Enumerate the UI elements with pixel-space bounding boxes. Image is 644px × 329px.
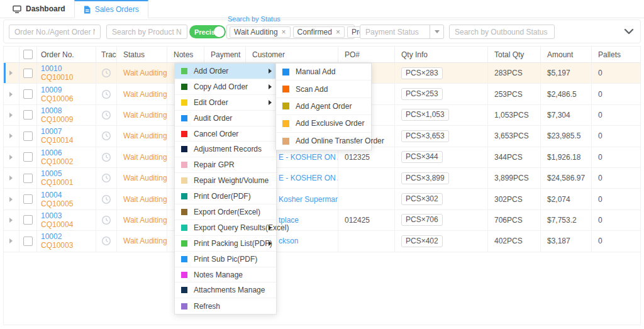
col-po[interactable]: PO# [338, 47, 395, 62]
qty-info-badge: PCS×706 [401, 214, 443, 226]
table-row[interactable]: 10005 CQ10001 Wait Auditing E - KOSHER O… [4, 168, 640, 189]
select-all-checkbox[interactable] [23, 50, 33, 59]
col-qty-info[interactable]: Qty Info [395, 47, 488, 62]
context-menu-item[interactable]: Attachments Manage [175, 282, 276, 298]
context-menu-item[interactable]: Edit Order [175, 95, 276, 111]
context-menu-item[interactable]: Adjustment Records [175, 142, 276, 157]
collapse-filters-button[interactable] [624, 28, 634, 37]
menu-color-icon [282, 86, 289, 92]
amount-value: $3,187 [547, 237, 570, 245]
col-notes[interactable]: Notes [167, 47, 204, 62]
context-menu-item[interactable]: Add Online Transfer Order [276, 133, 371, 150]
order-no-link[interactable]: 10009 [41, 86, 73, 94]
select-arrow-addon[interactable] [430, 25, 443, 38]
col-status[interactable]: Status [117, 47, 167, 62]
expand-arrow-icon[interactable] [9, 155, 13, 160]
expand-arrow-icon[interactable] [9, 133, 13, 138]
precise-toggle[interactable]: Precise [189, 25, 226, 38]
row-checkbox[interactable] [23, 237, 33, 246]
trace-cell [96, 231, 117, 251]
order-no-link[interactable]: 10004 [41, 191, 73, 199]
trace-clock-icon[interactable] [101, 236, 111, 246]
order-no-link[interactable]: 10007 [41, 127, 73, 136]
col-amount[interactable]: Amount [541, 47, 592, 62]
agent-order-no: CQ10009 [41, 115, 73, 124]
customer-link[interactable]: Kosher Supermarket [279, 195, 338, 204]
qty-info-cell: PCS×253 [395, 84, 488, 104]
table-row[interactable]: 10003 CQ10004 Wait Auditing tplace 01242… [4, 210, 640, 231]
context-menu-item[interactable]: Print Packing List(PDF) [175, 236, 276, 252]
context-menu-item[interactable]: Scan Add [276, 81, 371, 98]
row-checkbox[interactable] [23, 194, 33, 204]
pallets-cell: 0 [592, 210, 640, 230]
order-no-link[interactable]: 10002 [41, 232, 73, 241]
col-payment[interactable]: Payment [204, 47, 246, 62]
context-menu-item[interactable]: Notes Manage [175, 267, 276, 283]
order-no-link[interactable]: 10006 [41, 148, 73, 157]
row-checkbox[interactable] [23, 174, 33, 183]
trace-clock-icon[interactable] [101, 173, 111, 183]
expand-arrow-icon[interactable] [9, 113, 13, 118]
context-menu-item[interactable]: Audit Order [175, 111, 276, 126]
tag-close-icon[interactable]: × [336, 28, 340, 36]
table-row[interactable]: 10004 CQ10005 Wait Auditing Kosher Super… [4, 189, 640, 209]
menu-color-icon [181, 84, 187, 90]
table-row[interactable]: 10002 CQ10003 Wait Auditing ckson PCS×40… [4, 231, 640, 252]
customer-link[interactable]: ckson [279, 237, 298, 245]
expand-arrow-icon[interactable] [9, 92, 13, 97]
context-menu-item[interactable]: Add Exclusive Order [276, 115, 371, 132]
row-checkbox[interactable] [23, 69, 33, 78]
expand-arrow-icon[interactable] [9, 238, 13, 243]
order-no-link[interactable]: 10003 [41, 211, 73, 220]
order-no-link[interactable]: 10008 [41, 106, 73, 115]
row-checkbox[interactable] [23, 89, 33, 99]
row-checkbox[interactable] [23, 131, 33, 141]
tag-close-icon[interactable]: × [282, 28, 286, 36]
agent-order-no: CQ10006 [41, 94, 73, 103]
context-menu-item[interactable]: Print Order(PDF) [175, 189, 276, 204]
context-menu-item[interactable]: Add Order [175, 64, 276, 79]
col-trace[interactable]: Trace [96, 47, 117, 62]
context-menu-item[interactable]: Copy Add Order [175, 79, 276, 95]
context-menu-item[interactable]: Refresh [175, 298, 276, 314]
expand-arrow-icon[interactable] [9, 218, 13, 223]
context-menu-item[interactable]: Repair GPR [175, 157, 276, 173]
trace-clock-icon[interactable] [101, 68, 111, 78]
payment-status-select[interactable]: Payment Status [360, 25, 444, 39]
product-no-search-input[interactable] [106, 25, 187, 39]
status-tags-input[interactable]: Wait Auditing × Confirmed × Preparing × [226, 25, 355, 39]
row-checkbox[interactable] [23, 152, 33, 162]
customer-link[interactable]: E - KOSHER ON AMSTE... [279, 153, 338, 162]
col-total-qty[interactable]: Total Qty [488, 47, 541, 62]
col-order-no[interactable]: Order No. [37, 47, 96, 62]
row-checkbox[interactable] [23, 215, 33, 225]
expand-arrow-icon[interactable] [9, 197, 13, 202]
context-menu-item[interactable]: Print Sub Pic(PDF) [175, 252, 276, 267]
outbound-status-search-input[interactable] [449, 25, 555, 39]
menu-item-label: Print Packing List(PDF) [194, 239, 272, 248]
trace-clock-icon[interactable] [101, 110, 111, 120]
customer-link[interactable]: E - KOSHER ON AMSTE... [279, 174, 338, 182]
context-menu-item[interactable]: Cancel Order [175, 126, 276, 142]
order-no-link[interactable]: 10010 [41, 64, 73, 73]
order-no-search-input[interactable] [9, 25, 101, 39]
context-menu-item[interactable]: Repair Weight/Volume [175, 173, 276, 189]
trace-clock-icon[interactable] [101, 215, 111, 225]
context-menu-item[interactable]: Export Query Results(Excel) [175, 220, 276, 236]
trace-clock-icon[interactable] [101, 194, 111, 204]
col-pallets[interactable]: Pallets [592, 47, 640, 62]
context-menu-item[interactable]: Add Agent Order [276, 98, 371, 115]
tab-sales-orders[interactable]: Sales Orders [74, 0, 148, 18]
expand-arrow-icon[interactable] [9, 176, 13, 181]
row-checkbox[interactable] [23, 110, 33, 120]
trace-clock-icon[interactable] [101, 131, 111, 141]
total-qty-value: 1,053PCS [494, 111, 529, 120]
context-menu-item[interactable]: Export Order(Excel) [175, 204, 276, 220]
tab-dashboard[interactable]: Dashboard [4, 0, 74, 18]
expand-arrow-icon[interactable] [9, 70, 13, 75]
trace-clock-icon[interactable] [101, 89, 111, 99]
col-customer[interactable]: Customer [246, 47, 338, 62]
order-no-link[interactable]: 10005 [41, 169, 73, 178]
context-menu-item[interactable]: Manual Add [276, 64, 371, 81]
trace-clock-icon[interactable] [101, 152, 111, 162]
